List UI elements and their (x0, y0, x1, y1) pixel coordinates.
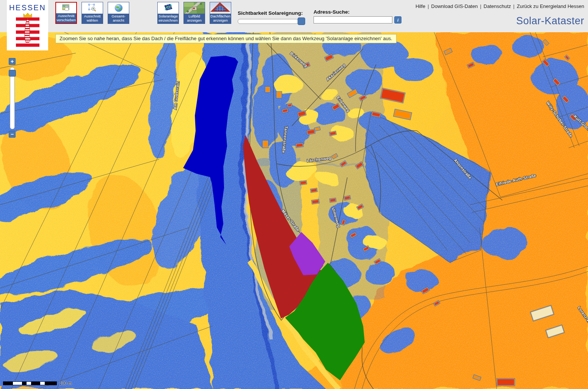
link-separator: | (513, 3, 514, 9)
link-hilfe[interactable]: Hilfe (416, 3, 425, 9)
draw-solar-button[interactable]: Solaranlageeinzeichnen (157, 2, 179, 24)
visibility-slider[interactable] (238, 19, 304, 24)
hessen-logo: HESSEN (7, 0, 48, 50)
pan-map-icon (56, 3, 76, 13)
layer-tool-group: Solaranlageeinzeichnen Luftbildanz (157, 2, 231, 24)
pan-map-button[interactable]: Ausschnittverschieben (55, 2, 77, 24)
solar-kataster-app: Am GudesrainBirkenwegTannenstraßeAkazien… (0, 0, 588, 389)
visibility-slider-track[interactable] (238, 19, 298, 24)
select-extent-label: Ausschnittwählen (82, 14, 103, 24)
hessen-coat-of-arms (15, 12, 40, 47)
aerial-view-label: Luftbildanzeigen (184, 14, 205, 24)
page-title: Solar-Kataster (516, 15, 584, 27)
heatmap-grain-blue (0, 32, 588, 389)
scale-bar-segment (13, 382, 22, 385)
navigation-tool-group: Ausschnittverschieben Ausschni (55, 2, 129, 24)
scale-bar-segment (31, 382, 40, 385)
scale-bar-label: 100 m (59, 381, 72, 386)
link-datenschutz[interactable]: Datenschutz (484, 3, 511, 9)
zoom-out-button[interactable]: − (9, 131, 16, 138)
roof-areas-label: Dachflächenanzeigen (210, 14, 231, 24)
crown-icon (24, 13, 32, 17)
link-download-gis[interactable]: Download GIS-Daten (431, 3, 478, 9)
scale-bar: 100 m (3, 381, 72, 386)
roof-panels-icon (210, 2, 231, 14)
aerial-view-button[interactable]: Luftbildanzeigen (183, 2, 205, 24)
info-button[interactable]: i (394, 16, 401, 24)
header: Ausschnittverschieben Ausschni (0, 0, 588, 32)
scale-bar-segments (3, 381, 57, 385)
address-search-label: Adress-Suche: (314, 9, 401, 15)
address-search-block: Adress-Suche: i (314, 9, 401, 24)
draw-solar-label: Solaranlageeinzeichnen (158, 14, 179, 24)
zoom-slider-handle[interactable] (9, 70, 16, 77)
zoom-hint-notice: Zoomen Sie so nahe heran, dass Sie das D… (55, 34, 397, 43)
solar-heatmap: Am GudesrainBirkenwegTannenstraßeAkazien… (0, 32, 588, 389)
select-extent-icon (82, 2, 103, 14)
globe-icon (108, 2, 129, 14)
select-extent-button[interactable]: Ausschnittwählen (82, 2, 103, 24)
map-canvas[interactable]: Am GudesrainBirkenwegTannenstraßeAkazien… (0, 32, 588, 389)
scale-bar-segment (45, 382, 56, 385)
solar-panel-draw-icon (158, 2, 179, 14)
link-energieland[interactable]: Zurück zu Energieland Hessen (517, 3, 584, 9)
hessen-wordmark: HESSEN (7, 3, 48, 12)
visibility-slider-handle[interactable] (298, 17, 305, 25)
scale-bar-segment (3, 382, 13, 385)
overview-label: Gesamt-ansicht (108, 14, 129, 24)
roof-areas-button[interactable]: Dachflächenanzeigen (210, 2, 231, 24)
zoom-in-button[interactable]: + (9, 58, 16, 65)
visibility-slider-block: Sichtbarkeit Solareignung: (238, 10, 304, 24)
link-separator: | (428, 3, 429, 9)
top-links: Hilfe|Download GIS-Daten|Datenschutz|Zur… (416, 3, 584, 9)
scale-bar-segment (40, 382, 45, 385)
visibility-slider-label: Sichtbarkeit Solareignung: (238, 10, 304, 16)
pan-map-label: Ausschnittverschieben (56, 13, 76, 23)
address-search-input[interactable] (314, 16, 392, 24)
overview-button[interactable]: Gesamt-ansicht (108, 2, 129, 24)
link-separator: | (480, 3, 481, 9)
scale-bar-segment (27, 382, 31, 385)
aerial-photo-icon (184, 2, 205, 14)
scale-bar-segment (22, 382, 27, 385)
